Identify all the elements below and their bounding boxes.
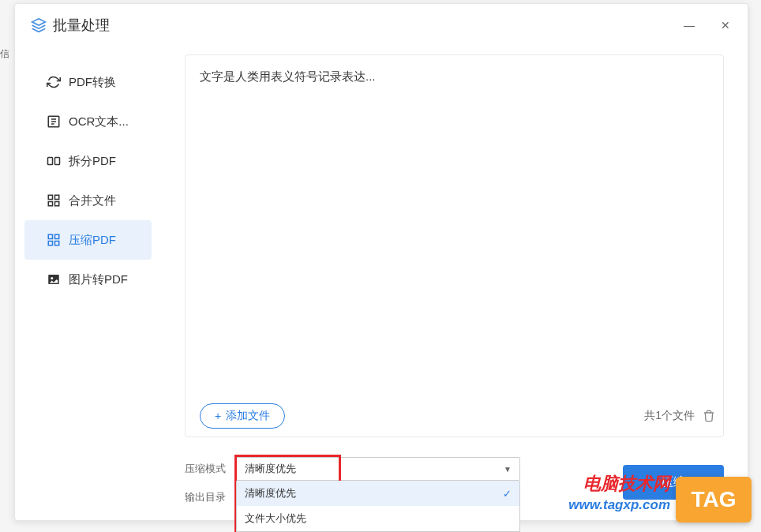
sidebar-item-label: 压缩PDF	[69, 233, 116, 248]
sidebar-item-label: 图片转PDF	[69, 272, 128, 287]
titlebar: 批量处理 — ✕	[15, 4, 748, 47]
svg-rect-4	[55, 195, 59, 199]
minimize-button[interactable]: —	[683, 19, 695, 32]
ocr-icon	[47, 114, 61, 129]
compress-mode-label: 压缩模式	[185, 462, 236, 476]
convert-icon	[47, 75, 61, 89]
sidebar-item-label: 拆分PDF	[69, 154, 116, 169]
svg-rect-8	[55, 234, 59, 238]
file-preview-text: 文字是人类用表义符号记录表达...	[200, 69, 376, 83]
file-list: 文字是人类用表义符号记录表达...	[200, 69, 715, 397]
dropdown-option-clarity[interactable]: 清晰度优先 ✓	[237, 481, 519, 506]
check-icon: ✓	[503, 488, 512, 500]
compress-mode-select-wrap: 清晰度优先 ▼ 清晰度优先 ✓ 文件大小优先	[236, 457, 520, 481]
add-file-button[interactable]: + 添加文件	[200, 403, 285, 429]
svg-point-12	[51, 277, 53, 279]
plus-icon: +	[215, 410, 221, 422]
dropdown-option-label: 文件大小优先	[245, 511, 306, 526]
sidebar-item-label: 合并文件	[69, 193, 116, 208]
stack-icon	[31, 17, 47, 33]
svg-rect-7	[48, 234, 52, 238]
main-panel: 文字是人类用表义符号记录表达... + 添加文件 共1个文件	[161, 47, 748, 520]
file-count-text: 共1个文件	[644, 409, 695, 423]
file-area: 文字是人类用表义符号记录表达... + 添加文件 共1个文件	[185, 54, 724, 437]
compress-mode-dropdown: 清晰度优先 ✓ 文件大小优先	[236, 481, 520, 532]
merge-icon	[47, 193, 61, 208]
watermark-line1: 电脑技术网	[583, 472, 670, 496]
image-icon	[47, 272, 61, 287]
title-left: 批量处理	[31, 16, 110, 35]
app-window: 批量处理 — ✕ PDF转换 OCR文本...	[14, 3, 748, 521]
sidebar-item-compress[interactable]: 压缩PDF	[24, 220, 152, 260]
watermark-tag: TAG	[676, 477, 752, 523]
compress-mode-select[interactable]: 清晰度优先 ▼	[236, 457, 520, 481]
output-dir-label: 输出目录	[185, 490, 236, 504]
dropdown-option-label: 清晰度优先	[245, 486, 296, 500]
file-count-wrap: 共1个文件	[644, 409, 715, 423]
svg-rect-5	[48, 202, 52, 206]
svg-rect-6	[55, 202, 59, 206]
sidebar: PDF转换 OCR文本... 拆分PDF 合并文件	[15, 47, 161, 520]
sidebar-item-split[interactable]: 拆分PDF	[24, 141, 152, 181]
dropdown-option-filesize[interactable]: 文件大小优先	[237, 506, 519, 531]
close-button[interactable]: ✕	[719, 19, 732, 32]
actions-row: + 添加文件 共1个文件	[200, 397, 715, 429]
svg-rect-1	[48, 158, 53, 165]
body-area: PDF转换 OCR文本... 拆分PDF 合并文件	[15, 47, 748, 520]
sidebar-item-merge[interactable]: 合并文件	[24, 181, 152, 220]
sidebar-item-ocr[interactable]: OCR文本...	[24, 102, 152, 141]
sidebar-item-label: OCR文本...	[69, 114, 129, 129]
window-controls: — ✕	[683, 19, 732, 32]
split-icon	[47, 154, 61, 168]
svg-rect-10	[55, 242, 59, 245]
cropped-text: 信	[0, 47, 9, 61]
sidebar-item-label: PDF转换	[69, 75, 116, 90]
trash-icon[interactable]	[703, 410, 715, 422]
watermark-line2: www.tagxp.com	[568, 497, 670, 513]
window-title: 批量处理	[53, 16, 110, 35]
sidebar-item-img2pdf[interactable]: 图片转PDF	[24, 260, 152, 299]
sidebar-item-pdf-convert[interactable]: PDF转换	[24, 62, 152, 102]
svg-rect-9	[48, 242, 52, 245]
svg-rect-3	[48, 195, 52, 199]
compress-mode-value: 清晰度优先	[245, 462, 296, 476]
svg-rect-2	[55, 158, 60, 165]
add-file-label: 添加文件	[226, 409, 270, 423]
compress-icon	[47, 233, 61, 247]
caret-down-icon: ▼	[504, 465, 512, 474]
